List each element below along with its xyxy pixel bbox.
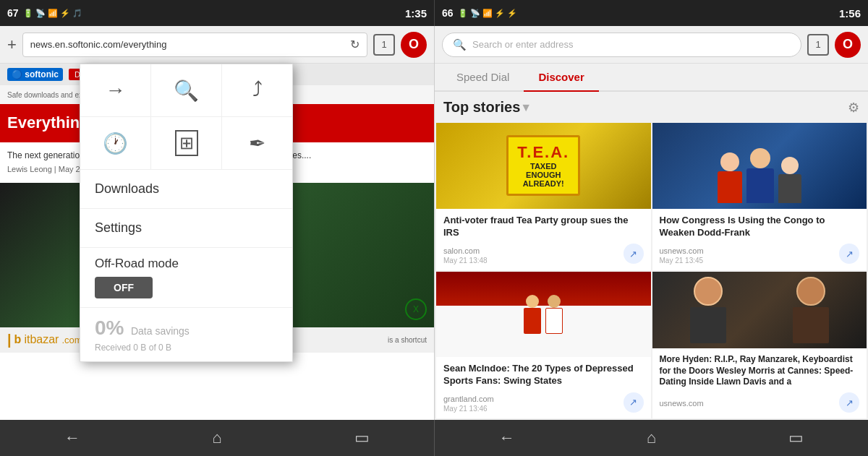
- news-card-hyden[interactable]: More Hyden: R.I.P., Ray Manzarek, Keyboa…: [652, 272, 867, 419]
- news-share-tea[interactable]: ↗: [624, 244, 644, 264]
- address-bar-left: + news.en.softonic.com/everything ↻ 1 O: [0, 26, 434, 64]
- tea-main-text: T.E.A.: [517, 143, 569, 162]
- recent-button-right[interactable]: ▭: [774, 423, 817, 452]
- back-icon-right: ←: [499, 429, 515, 447]
- tab-count-right: 1: [815, 39, 820, 50]
- tab-count-button[interactable]: 1: [373, 34, 395, 56]
- recent-icon-left: ▭: [354, 429, 370, 447]
- tea-sub2: ENOUGH: [517, 171, 569, 179]
- menu-pen-button[interactable]: ✒: [222, 117, 292, 169]
- news-card-body-hyden: More Hyden: R.I.P., Ray Manzarek, Keyboa…: [652, 348, 867, 418]
- search-placeholder-right: Search or enter address: [472, 39, 573, 50]
- news-source-row-hockey: grantland.com May 21 13:46 ↗: [443, 392, 644, 413]
- reload-button[interactable]: ↻: [350, 38, 359, 51]
- menu-forward-button[interactable]: →: [80, 64, 151, 116]
- back-button-left[interactable]: ←: [51, 423, 94, 452]
- data-savings-section: 0% Data savings Received 0 B of 0 B: [80, 308, 292, 361]
- menu-share-button[interactable]: ⤴: [222, 64, 292, 116]
- url-text: news.en.softonic.com/everything: [30, 39, 346, 50]
- home-icon-left: ⌂: [212, 429, 221, 447]
- nav-bar: ← ⌂ ▭ ← ⌂ ▭: [0, 420, 868, 456]
- person3: [778, 157, 801, 203]
- data-savings-label: Data savings: [131, 325, 190, 337]
- context-menu: → 🔍 ⤴ 🕐 ⊞ ✒ D: [80, 64, 293, 362]
- tab-count: 1: [381, 39, 386, 50]
- home-button-right[interactable]: ⌂: [629, 423, 673, 452]
- menu-icons-row: → 🔍 ⤴: [80, 64, 292, 117]
- opera-logo-left: O: [409, 37, 419, 52]
- tab-discover[interactable]: Discover: [524, 64, 598, 92]
- news-source-hockey: grantland.com: [443, 395, 494, 403]
- settings-icon-right[interactable]: ⚙: [848, 100, 859, 116]
- news-share-hyden[interactable]: ↗: [839, 392, 859, 413]
- share-arrow-congress: ↗: [846, 249, 854, 259]
- news-headline-tea: Anti-voter fraud Tea Party group sues th…: [443, 215, 644, 239]
- news-share-congress[interactable]: ↗: [839, 244, 859, 264]
- opera-menu-button-left[interactable]: O: [401, 32, 427, 58]
- url-bar-left[interactable]: news.en.softonic.com/everything ↻: [22, 33, 367, 57]
- menu-find-button[interactable]: 🔍: [151, 64, 222, 116]
- opera-menu-button-right[interactable]: O: [835, 32, 861, 58]
- back-icon-left: ←: [64, 429, 80, 447]
- top-stories-header: Top stories ▼ ⚙: [435, 92, 868, 123]
- off-road-toggle[interactable]: OFF: [95, 277, 153, 298]
- tab-speed-dial[interactable]: Speed Dial: [442, 64, 524, 92]
- news-image-congress: [652, 123, 867, 209]
- discover-tabs: Speed Dial Discover: [435, 64, 868, 92]
- data-savings-percent: 0%: [95, 317, 124, 339]
- person2: [746, 148, 774, 203]
- news-source-row-tea: salon.com May 21 13:48 ↗: [443, 244, 644, 264]
- news-source-hyden: usnews.com: [660, 399, 704, 408]
- hyden-person2: [761, 277, 861, 343]
- browser-panels: + news.en.softonic.com/everything ↻ 1 O …: [0, 26, 868, 420]
- menu-icons-row-2: 🕐 ⊞ ✒: [80, 117, 292, 170]
- add-tab-button[interactable]: +: [7, 35, 17, 54]
- recent-icon-right: ▭: [788, 429, 804, 447]
- news-time-tea: May 21 13:48: [443, 257, 488, 264]
- softonic-logo: 🔵 softonic: [7, 68, 63, 81]
- itbazar-tag: is a shortcut: [388, 336, 427, 344]
- itbazar-name: itbazar: [24, 333, 59, 346]
- tab-count-button-right[interactable]: 1: [807, 34, 829, 56]
- forward-icon: →: [106, 79, 126, 102]
- sort-icon[interactable]: ▼: [520, 101, 532, 114]
- news-headline-hyden: More Hyden: R.I.P., Ray Manzarek, Keyboa…: [660, 354, 860, 388]
- toggle-state: OFF: [114, 282, 134, 293]
- home-icon-right: ⌂: [647, 429, 656, 447]
- history-icon: 🕐: [103, 132, 128, 155]
- news-image-hockey: [436, 272, 651, 358]
- off-road-section: Off-Road mode OFF: [80, 248, 292, 308]
- settings-menu-item[interactable]: Settings: [80, 209, 292, 248]
- opera-logo-right: O: [843, 37, 853, 52]
- news-time-congress: May 21 13:45: [660, 257, 704, 264]
- news-grid: T.E.A. TAXED ENOUGH ALREADY! Anti-voter …: [435, 123, 868, 420]
- back-button-right[interactable]: ←: [485, 423, 529, 452]
- data-savings-received: Received 0 B of 0 B: [95, 343, 278, 353]
- off-road-label: Off-Road mode: [95, 257, 278, 271]
- news-card-hockey[interactable]: Sean McIndoe: The 20 Types of Depressed …: [436, 272, 651, 419]
- home-button-left[interactable]: ⌂: [195, 423, 239, 452]
- menu-history-button[interactable]: 🕐: [80, 117, 151, 169]
- recent-button-left[interactable]: ▭: [340, 423, 383, 452]
- status-bar-left: 67 🔋 📡 📶 ⚡ 🎵 1:35: [0, 0, 434, 26]
- tea-sign: T.E.A. TAXED ENOUGH ALREADY!: [506, 135, 580, 196]
- itbazar-logo-t: b: [14, 333, 22, 346]
- news-source-congress: usnews.com: [660, 246, 704, 255]
- right-clock: 1:56: [839, 7, 861, 20]
- left-status-icons: 🔋 📡 📶 ⚡ 🎵: [23, 9, 82, 18]
- right-status-num: 66: [442, 7, 454, 19]
- news-card-congress[interactable]: How Congress Is Using the Congo to Weake…: [652, 123, 867, 270]
- news-time-hockey: May 21 13:46: [443, 405, 494, 413]
- xbox-logo: X: [405, 298, 427, 320]
- news-card-tea[interactable]: T.E.A. TAXED ENOUGH ALREADY! Anti-voter …: [436, 123, 651, 270]
- menu-tabs-button[interactable]: ⊞: [151, 117, 222, 169]
- news-source-row-congress: usnews.com May 21 13:45 ↗: [660, 244, 860, 264]
- hyden-person1: [658, 277, 758, 343]
- nav-panel-left: ← ⌂ ▭: [0, 420, 434, 456]
- news-card-body-tea: Anti-voter fraud Tea Party group sues th…: [436, 209, 651, 270]
- search-bar-right[interactable]: 🔍 Search or enter address: [442, 33, 801, 57]
- news-source-tea: salon.com: [443, 246, 480, 255]
- top-stories-title: Top stories: [443, 99, 520, 116]
- news-share-hockey[interactable]: ↗: [624, 392, 644, 413]
- downloads-menu-item[interactable]: Downloads: [80, 170, 292, 209]
